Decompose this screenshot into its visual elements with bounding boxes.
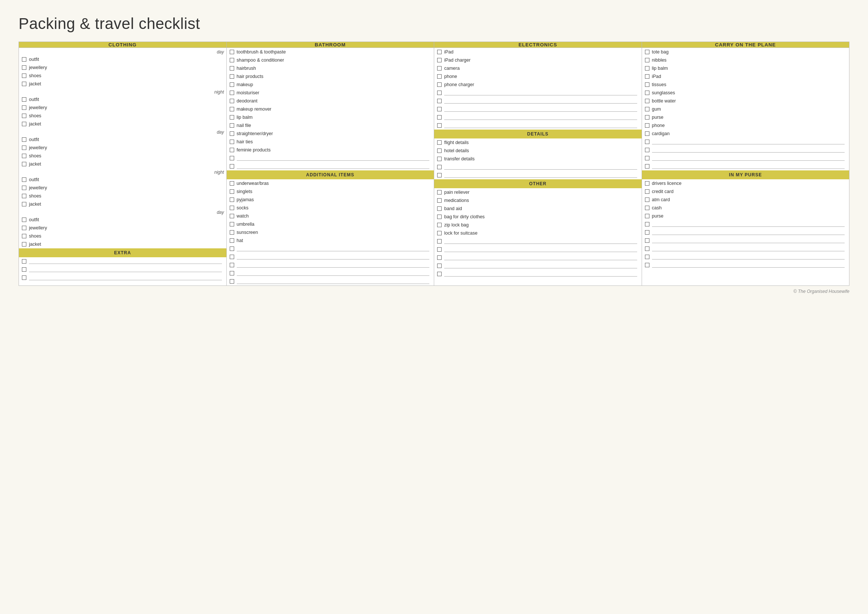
list-item[interactable]: socks [227,204,434,212]
list-item[interactable] [642,146,849,154]
checkbox-icon[interactable] [645,115,649,119]
checkbox-icon[interactable] [437,157,442,161]
list-item[interactable] [434,113,642,121]
checkbox-icon[interactable] [437,149,442,153]
checkbox-icon[interactable] [645,214,649,218]
checkbox-icon[interactable] [22,57,26,62]
checkbox-icon[interactable] [645,66,649,71]
checkbox-icon[interactable] [437,239,442,243]
checkbox-icon[interactable] [22,242,26,247]
list-item[interactable]: hair ties [227,138,434,146]
checkbox-icon[interactable] [645,255,649,259]
list-item[interactable]: pain reliever [434,188,642,196]
list-item[interactable]: singlets [227,188,434,195]
list-item[interactable] [642,228,849,236]
checkbox-icon[interactable] [230,263,234,267]
checkbox-icon[interactable] [437,123,442,128]
checkbox-icon[interactable] [645,222,649,226]
list-item[interactable]: sunglasses [642,89,849,97]
checkbox-icon[interactable] [645,238,649,243]
checkbox-icon[interactable] [645,99,649,103]
checkbox-icon[interactable] [437,247,442,252]
list-item[interactable] [434,245,642,254]
list-item[interactable]: credit card [642,188,849,195]
list-item[interactable] [642,220,849,228]
list-item[interactable]: jewellery [19,144,226,152]
checkbox-icon[interactable] [645,230,649,235]
checkbox-icon[interactable] [645,58,649,62]
list-item[interactable]: outfit [19,55,226,64]
checkbox-icon[interactable] [230,222,234,226]
checkbox-icon[interactable] [230,50,234,54]
list-item[interactable] [642,253,849,261]
checkbox-icon[interactable] [437,91,442,95]
list-item[interactable]: shoes [19,232,226,240]
checkbox-icon[interactable] [437,140,442,145]
list-item[interactable]: outfit [19,216,226,224]
list-item[interactable]: nibbles [642,56,849,64]
checkbox-icon[interactable] [22,73,26,78]
list-item[interactable]: watch [227,212,434,220]
checkbox-icon[interactable] [230,107,234,112]
checkbox-icon[interactable] [437,190,442,194]
list-item[interactable]: pyjamas [227,195,434,204]
checkbox-icon[interactable] [230,115,234,119]
checkbox-icon[interactable] [230,66,234,71]
list-item[interactable] [642,138,849,146]
list-item[interactable]: nail file [227,121,434,130]
list-item[interactable]: cash [642,204,849,212]
checkbox-icon[interactable] [437,74,442,79]
list-item[interactable] [434,89,642,97]
checkbox-icon[interactable] [230,279,234,284]
list-item[interactable] [434,105,642,113]
list-item[interactable]: shampoo & conditioner [227,56,434,64]
list-item[interactable]: jewellery [19,104,226,112]
checkbox-icon[interactable] [230,271,234,276]
checkbox-icon[interactable] [437,66,442,71]
checkbox-icon[interactable] [437,215,442,219]
checkbox-icon[interactable] [645,164,649,169]
list-item[interactable]: outfit [19,95,226,104]
list-item[interactable]: jacket [19,200,226,208]
checkbox-icon[interactable] [22,154,26,158]
list-item[interactable]: moisturiser [227,89,434,97]
checkbox-icon[interactable] [230,140,234,144]
checkbox-icon[interactable] [230,247,234,251]
list-item[interactable]: hairbrush [227,64,434,72]
list-item[interactable]: medications [434,196,642,205]
checkbox-icon[interactable] [645,74,649,79]
checkbox-icon[interactable] [230,255,234,259]
list-item[interactable]: iPad [434,48,642,56]
checkbox-icon[interactable] [230,99,234,103]
list-item[interactable]: iPad charger [434,56,642,64]
checkbox-icon[interactable] [437,107,442,112]
list-item[interactable]: band aid [434,205,642,213]
checkbox-icon[interactable] [645,189,649,194]
checkbox-icon[interactable] [437,264,442,268]
checkbox-icon[interactable] [645,123,649,128]
list-item[interactable]: hat [227,236,434,245]
list-item[interactable]: tote bag [642,48,849,56]
list-item[interactable]: sunscreen [227,228,434,236]
checkbox-icon[interactable] [230,123,234,128]
checkbox-icon[interactable] [645,50,649,54]
checkbox-icon[interactable] [22,194,26,198]
checkbox-icon[interactable] [645,206,649,210]
checkbox-icon[interactable] [22,105,26,110]
list-item[interactable] [227,162,434,171]
list-item[interactable]: makeup remover [227,105,434,113]
checkbox-icon[interactable] [22,217,26,222]
list-item[interactable] [227,154,434,162]
checkbox-icon[interactable] [230,148,234,152]
list-item[interactable]: feminie products [227,146,434,154]
list-item[interactable]: shoes [19,152,226,160]
list-item[interactable] [227,253,434,261]
checkbox-icon[interactable] [22,113,26,118]
list-item[interactable]: hair products [227,72,434,81]
list-item[interactable]: shoes [19,192,226,200]
list-item[interactable] [642,236,849,245]
checkbox-icon[interactable] [645,140,649,144]
checkbox-icon[interactable] [230,58,234,62]
list-item[interactable]: phone [642,121,849,130]
checkbox-icon[interactable] [230,238,234,243]
